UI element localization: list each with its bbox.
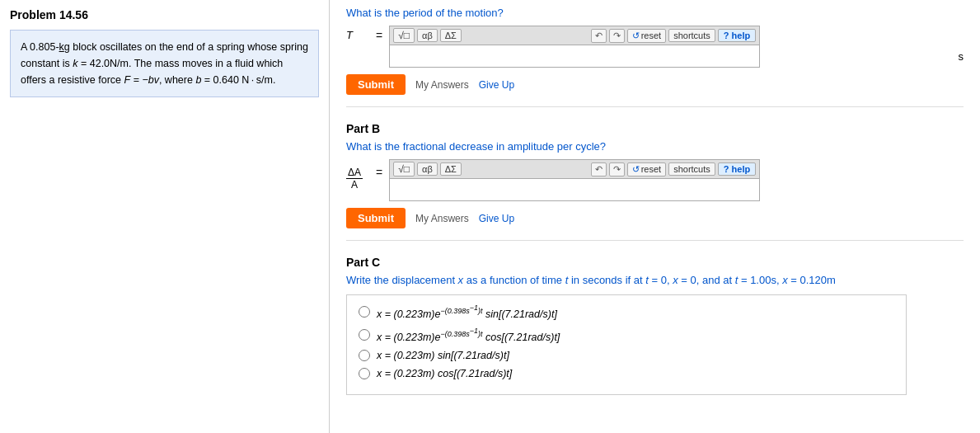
part-a-unit: s	[955, 26, 964, 63]
part-c-section: Part C Write the displacement x as a fun…	[346, 256, 964, 407]
left-panel: Problem 14.56 A 0.805-kg block oscillate…	[0, 0, 330, 433]
part-b-help-btn[interactable]: ? help	[718, 162, 756, 176]
part-b-question: What is the fractional decrease in ampli…	[346, 140, 964, 153]
right-panel: What is the period of the motion? T = √□…	[330, 0, 980, 433]
part-a-toolbar: √□ αβ ΔΣ ↶ ↷ ↺ reset shortcuts	[389, 26, 760, 45]
part-b-delta-btn[interactable]: ΔΣ	[440, 162, 462, 176]
part-b-input[interactable]	[389, 178, 760, 201]
part-a-redo-btn[interactable]: ↷	[609, 29, 625, 43]
part-a-shortcuts-btn[interactable]: shortcuts	[668, 29, 715, 42]
part-a-reset-btn[interactable]: ↺ reset	[627, 29, 666, 43]
part-b-alpha-btn[interactable]: αβ	[417, 162, 438, 176]
choice-text-4: x = (0.223m) cos[(7.21rad/s)t]	[377, 368, 512, 379]
part-b-toolbar: √□ αβ ΔΣ ↶ ↷ ↺ reset shortcuts	[389, 159, 760, 178]
part-b-give-up[interactable]: Give Up	[479, 213, 514, 224]
part-b-input-container: √□ αβ ΔΣ ↶ ↷ ↺ reset shortcuts	[389, 159, 964, 201]
part-a-question: What is the period of the motion?	[346, 7, 964, 19]
choice-text-2: x = (0.223m)e−(0.398s−1)t cos[(7.21rad/s…	[377, 327, 560, 343]
choice-row-4: x = (0.223m) cos[(7.21rad/s)t]	[359, 368, 894, 379]
part-b-action-row: Submit My Answers Give Up	[346, 208, 964, 228]
choice-text-1: x = (0.223m)e−(0.398s−1)t sin[(7.21rad/s…	[377, 304, 557, 320]
part-b-input-row: ΔA A = √□ αβ ΔΣ ↶ ↷	[346, 159, 964, 201]
part-b-my-answers[interactable]: My Answers	[415, 213, 469, 224]
part-b-fraction: ΔA A	[346, 167, 363, 191]
part-b-shortcuts-btn[interactable]: shortcuts	[668, 162, 715, 176]
part-b-undo-btn[interactable]: ↶	[591, 162, 607, 176]
choice-row-1: x = (0.223m)e−(0.398s−1)t sin[(7.21rad/s…	[359, 304, 894, 320]
part-b-redo-btn[interactable]: ↷	[609, 162, 625, 176]
part-a-equals: =	[376, 26, 382, 42]
part-a-section: What is the period of the motion? T = √□…	[346, 7, 964, 107]
problem-body: A 0.805-kg block oscillates on the end o…	[10, 30, 319, 97]
part-a-give-up[interactable]: Give Up	[479, 79, 514, 91]
choice-radio-4[interactable]	[359, 368, 370, 379]
part-b-equals: =	[376, 159, 382, 179]
part-a-input[interactable]	[389, 45, 760, 68]
part-b-var-label: ΔA A	[346, 159, 371, 191]
part-a-delta-btn[interactable]: ΔΣ	[440, 29, 462, 42]
part-a-undo-btn[interactable]: ↶	[591, 29, 607, 43]
part-a-var-label: T	[346, 26, 371, 41]
part-c-label: Part C	[346, 256, 964, 269]
part-b-reset-btn[interactable]: ↺ reset	[627, 162, 666, 176]
part-a-my-answers[interactable]: My Answers	[415, 79, 469, 91]
part-b-section: Part B What is the fractional decrease i…	[346, 122, 964, 241]
part-a-help-btn[interactable]: ? help	[718, 29, 756, 42]
choice-radio-1[interactable]	[359, 306, 370, 318]
part-b-label: Part B	[346, 122, 964, 135]
choices-box: x = (0.223m)e−(0.398s−1)t sin[(7.21rad/s…	[346, 294, 907, 395]
part-b-sqrt-btn[interactable]: √□	[393, 162, 415, 176]
problem-title: Problem 14.56	[10, 8, 319, 21]
part-b-submit-btn[interactable]: Submit	[346, 208, 406, 228]
part-c-question: Write the displacement x as a function o…	[346, 274, 964, 286]
choice-text-3: x = (0.223m) sin[(7.21rad/s)t]	[377, 350, 509, 361]
part-a-input-container: √□ αβ ΔΣ ↶ ↷ ↺ reset shortcuts	[389, 26, 950, 68]
choice-radio-3[interactable]	[359, 350, 370, 361]
part-a-sqrt-btn[interactable]: √□	[393, 28, 415, 43]
choice-row-2: x = (0.223m)e−(0.398s−1)t cos[(7.21rad/s…	[359, 327, 894, 343]
part-a-submit-btn[interactable]: Submit	[346, 74, 406, 95]
part-a-input-row: T = √□ αβ ΔΣ ↶ ↷	[346, 26, 964, 68]
choice-radio-2[interactable]	[359, 329, 370, 341]
part-a-action-row: Submit My Answers Give Up	[346, 74, 964, 95]
part-a-alpha-btn[interactable]: αβ	[417, 29, 438, 42]
choice-row-3: x = (0.223m) sin[(7.21rad/s)t]	[359, 350, 894, 361]
